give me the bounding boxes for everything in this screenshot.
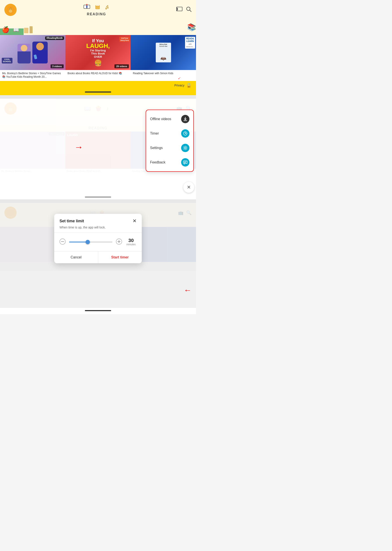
logo-3 xyxy=(4,207,17,219)
section-2-menu: 📖 🍿 ♪ 📺 🔍 READING #ReadingMonth LAUGH xyxy=(0,99,196,199)
menu-close-button[interactable]: ✕ xyxy=(183,182,194,193)
menu-label-offline: Offline videos xyxy=(150,117,171,121)
video-thumb-2: KidTimeStoryTime If You LAUGH, I'm Start… xyxy=(65,35,131,70)
video-title-2: Books about Books READ ALOUD for Kids! 📚 xyxy=(65,70,131,81)
video-card-1[interactable]: #ReadingMonth COOLSCHOOL 3 videos M xyxy=(0,35,65,81)
timer-value-display: 30 minutes xyxy=(126,238,137,246)
menu-item-offline[interactable]: Offline videos xyxy=(146,112,193,126)
video-nav-icon[interactable] xyxy=(95,4,100,11)
svg-point-22 xyxy=(98,5,99,6)
menu-item-feedback[interactable]: Feedback xyxy=(146,155,193,170)
home-bar xyxy=(85,310,111,311)
cool-school-badge: COOLSCHOOL xyxy=(2,58,13,64)
timer-dialog: Set time limit ✕ When time is up, the ap… xyxy=(54,214,142,263)
svg-point-44 xyxy=(7,209,14,216)
svg-point-24 xyxy=(107,7,109,8)
svg-rect-6 xyxy=(10,7,11,8)
banner-decoration-1: 🍎 📖 📚 xyxy=(0,18,196,35)
timer-slider-fill xyxy=(69,242,86,242)
menu-item-settings[interactable]: Settings xyxy=(146,141,193,155)
timer-subtitle: When time is up, the app will lock. xyxy=(54,226,142,233)
timer-minus-button[interactable] xyxy=(59,239,66,246)
timer-button-row: Cancel Start timer xyxy=(54,251,142,263)
video-count-2: 29 videos xyxy=(114,64,129,68)
svg-rect-17 xyxy=(86,6,87,8)
section-1-full-app: READING xyxy=(0,0,196,95)
settings-icon xyxy=(181,144,189,152)
privacy-label[interactable]: Privacy xyxy=(174,84,184,87)
svg-point-4 xyxy=(9,9,10,9)
timer-slider-area: 30 minutes xyxy=(54,233,142,251)
svg-point-1 xyxy=(9,10,12,13)
lock-icon: 🔒 xyxy=(186,83,192,88)
video-title-3: Reading Takeover with Simon Kids xyxy=(131,70,196,81)
video-thumb-3: Bitsy BatSchool Bat 🦇 READ&LEARNwithsimo… xyxy=(131,35,196,70)
menu-arrow: → xyxy=(74,142,83,152)
header-right-controls xyxy=(176,6,192,14)
privacy-bar: ↓ Privacy 🔒 xyxy=(0,81,196,90)
svg-point-40 xyxy=(185,147,186,149)
video-count-1: 3 videos xyxy=(50,64,64,68)
svg-rect-7 xyxy=(11,7,11,8)
reading-nav-icon[interactable] xyxy=(83,4,90,11)
scroll-dot-1 xyxy=(85,92,111,92)
svg-point-5 xyxy=(11,9,12,9)
section-label-1: READING xyxy=(87,12,106,16)
timer-slider-track[interactable] xyxy=(69,242,112,242)
nav-icons xyxy=(83,4,110,11)
start-arrow-annotation: ← xyxy=(184,286,192,295)
video-grid-1: #ReadingMonth COOLSCHOOL 3 videos M xyxy=(0,35,196,81)
section-divider-2 xyxy=(0,199,196,203)
timer-slider-thumb[interactable] xyxy=(85,240,90,244)
svg-point-39 xyxy=(185,133,186,134)
app-header-1: READING xyxy=(0,0,196,18)
timer-icon xyxy=(181,129,189,138)
timer-number: 30 xyxy=(128,238,134,243)
timer-unit: minutes xyxy=(126,243,136,246)
music-nav-icon[interactable] xyxy=(105,4,110,11)
offline-icon xyxy=(181,115,189,123)
timer-plus-button[interactable] xyxy=(116,239,122,246)
section-3-timer: 📖 🍿 📺 🔍 Set time limit ✕ When time is up… xyxy=(0,203,196,308)
app-logo[interactable] xyxy=(4,4,17,16)
timer-title: Set time limit xyxy=(59,219,84,223)
timer-close-button[interactable]: ✕ xyxy=(133,218,137,224)
feedback-icon xyxy=(181,158,189,167)
timer-header: Set time limit ✕ xyxy=(54,214,142,226)
timer-start-button[interactable]: Start timer xyxy=(98,251,142,263)
svg-point-23 xyxy=(105,8,107,9)
svg-rect-41 xyxy=(183,161,187,163)
menu-label-timer: Timer xyxy=(150,132,159,135)
header-nav: READING xyxy=(83,4,110,16)
video-title-1: Ms. Booksy's Bedtime Stories + StoryTime… xyxy=(0,70,65,81)
scroll-indicator-1 xyxy=(0,90,196,95)
menu-label-feedback: Feedback xyxy=(150,160,165,164)
menu-panel: Offline videos Timer Setting xyxy=(146,110,194,172)
kidtime-badge: KidTimeStoryTime xyxy=(119,37,130,42)
svg-point-8 xyxy=(9,10,10,10)
svg-rect-35 xyxy=(183,120,187,121)
svg-point-16 xyxy=(86,4,87,5)
video-card-2[interactable]: KidTimeStoryTime If You LAUGH, I'm Start… xyxy=(65,35,131,81)
video-card-3[interactable]: Bitsy BatSchool Bat 🦇 READ&LEARNwithsimo… xyxy=(131,35,196,81)
home-indicator xyxy=(0,308,196,314)
cast-icon[interactable] xyxy=(176,7,182,13)
timer-cancel-button[interactable]: Cancel xyxy=(54,251,98,263)
section-divider-1 xyxy=(0,95,196,99)
search-icon[interactable] xyxy=(186,6,192,14)
svg-line-28 xyxy=(190,10,191,12)
svg-point-9 xyxy=(11,10,12,10)
video-thumb-1: #ReadingMonth COOLSCHOOL 3 videos xyxy=(0,35,65,70)
menu-label-settings: Settings xyxy=(150,146,163,150)
menu-item-timer[interactable]: Timer xyxy=(146,126,193,141)
